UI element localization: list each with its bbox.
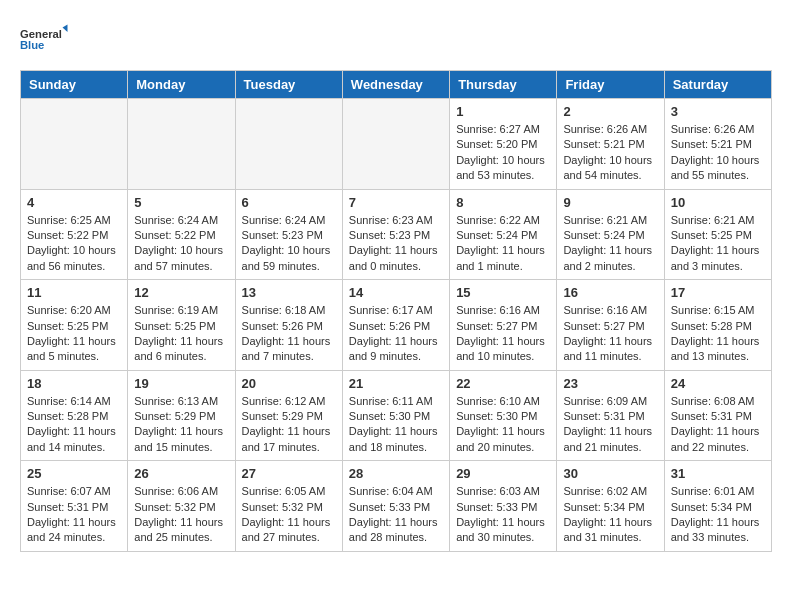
day-number: 7 (349, 195, 443, 210)
column-header-monday: Monday (128, 71, 235, 99)
day-number: 14 (349, 285, 443, 300)
sunrise-text: Sunrise: 6:04 AM (349, 485, 433, 497)
daylight-text: Daylight: 11 hours and 7 minutes. (242, 335, 331, 362)
sunrise-text: Sunrise: 6:02 AM (563, 485, 647, 497)
calendar-cell: 30 Sunrise: 6:02 AM Sunset: 5:34 PM Dayl… (557, 461, 664, 552)
day-number: 1 (456, 104, 550, 119)
day-number: 17 (671, 285, 765, 300)
cell-content: Sunrise: 6:23 AM Sunset: 5:23 PM Dayligh… (349, 213, 443, 275)
cell-content: Sunrise: 6:03 AM Sunset: 5:33 PM Dayligh… (456, 484, 550, 546)
calendar-cell: 2 Sunrise: 6:26 AM Sunset: 5:21 PM Dayli… (557, 99, 664, 190)
cell-content: Sunrise: 6:16 AM Sunset: 5:27 PM Dayligh… (456, 303, 550, 365)
calendar-cell: 22 Sunrise: 6:10 AM Sunset: 5:30 PM Dayl… (450, 370, 557, 461)
sunset-text: Sunset: 5:28 PM (27, 410, 108, 422)
calendar-header-row: SundayMondayTuesdayWednesdayThursdayFrid… (21, 71, 772, 99)
cell-content: Sunrise: 6:17 AM Sunset: 5:26 PM Dayligh… (349, 303, 443, 365)
calendar-cell: 7 Sunrise: 6:23 AM Sunset: 5:23 PM Dayli… (342, 189, 449, 280)
sunrise-text: Sunrise: 6:24 AM (242, 214, 326, 226)
column-header-saturday: Saturday (664, 71, 771, 99)
calendar-cell: 26 Sunrise: 6:06 AM Sunset: 5:32 PM Dayl… (128, 461, 235, 552)
daylight-text: Daylight: 11 hours and 18 minutes. (349, 425, 438, 452)
sunrise-text: Sunrise: 6:17 AM (349, 304, 433, 316)
calendar-cell (235, 99, 342, 190)
day-number: 26 (134, 466, 228, 481)
daylight-text: Daylight: 11 hours and 3 minutes. (671, 244, 760, 271)
day-number: 31 (671, 466, 765, 481)
cell-content: Sunrise: 6:10 AM Sunset: 5:30 PM Dayligh… (456, 394, 550, 456)
day-number: 12 (134, 285, 228, 300)
cell-content: Sunrise: 6:01 AM Sunset: 5:34 PM Dayligh… (671, 484, 765, 546)
day-number: 13 (242, 285, 336, 300)
day-number: 3 (671, 104, 765, 119)
sunrise-text: Sunrise: 6:10 AM (456, 395, 540, 407)
sunrise-text: Sunrise: 6:14 AM (27, 395, 111, 407)
sunrise-text: Sunrise: 6:16 AM (563, 304, 647, 316)
day-number: 23 (563, 376, 657, 391)
day-number: 30 (563, 466, 657, 481)
cell-content: Sunrise: 6:09 AM Sunset: 5:31 PM Dayligh… (563, 394, 657, 456)
cell-content: Sunrise: 6:22 AM Sunset: 5:24 PM Dayligh… (456, 213, 550, 275)
header: General Blue (20, 20, 772, 60)
calendar-cell: 8 Sunrise: 6:22 AM Sunset: 5:24 PM Dayli… (450, 189, 557, 280)
daylight-text: Daylight: 11 hours and 0 minutes. (349, 244, 438, 271)
sunset-text: Sunset: 5:24 PM (563, 229, 644, 241)
day-number: 2 (563, 104, 657, 119)
daylight-text: Daylight: 11 hours and 21 minutes. (563, 425, 652, 452)
calendar-cell: 17 Sunrise: 6:15 AM Sunset: 5:28 PM Dayl… (664, 280, 771, 371)
daylight-text: Daylight: 11 hours and 5 minutes. (27, 335, 116, 362)
sunset-text: Sunset: 5:34 PM (671, 501, 752, 513)
sunrise-text: Sunrise: 6:26 AM (563, 123, 647, 135)
day-number: 16 (563, 285, 657, 300)
cell-content: Sunrise: 6:20 AM Sunset: 5:25 PM Dayligh… (27, 303, 121, 365)
sunset-text: Sunset: 5:33 PM (349, 501, 430, 513)
sunrise-text: Sunrise: 6:19 AM (134, 304, 218, 316)
daylight-text: Daylight: 10 hours and 56 minutes. (27, 244, 116, 271)
sunrise-text: Sunrise: 6:06 AM (134, 485, 218, 497)
daylight-text: Daylight: 11 hours and 11 minutes. (563, 335, 652, 362)
calendar-cell: 14 Sunrise: 6:17 AM Sunset: 5:26 PM Dayl… (342, 280, 449, 371)
daylight-text: Daylight: 11 hours and 9 minutes. (349, 335, 438, 362)
calendar-cell: 18 Sunrise: 6:14 AM Sunset: 5:28 PM Dayl… (21, 370, 128, 461)
cell-content: Sunrise: 6:13 AM Sunset: 5:29 PM Dayligh… (134, 394, 228, 456)
calendar-cell: 11 Sunrise: 6:20 AM Sunset: 5:25 PM Dayl… (21, 280, 128, 371)
sunrise-text: Sunrise: 6:13 AM (134, 395, 218, 407)
logo-svg: General Blue (20, 20, 70, 60)
daylight-text: Daylight: 11 hours and 2 minutes. (563, 244, 652, 271)
cell-content: Sunrise: 6:05 AM Sunset: 5:32 PM Dayligh… (242, 484, 336, 546)
sunrise-text: Sunrise: 6:26 AM (671, 123, 755, 135)
sunset-text: Sunset: 5:23 PM (242, 229, 323, 241)
cell-content: Sunrise: 6:21 AM Sunset: 5:24 PM Dayligh… (563, 213, 657, 275)
sunrise-text: Sunrise: 6:21 AM (563, 214, 647, 226)
cell-content: Sunrise: 6:18 AM Sunset: 5:26 PM Dayligh… (242, 303, 336, 365)
daylight-text: Daylight: 11 hours and 25 minutes. (134, 516, 223, 543)
sunrise-text: Sunrise: 6:08 AM (671, 395, 755, 407)
sunrise-text: Sunrise: 6:16 AM (456, 304, 540, 316)
day-number: 10 (671, 195, 765, 210)
calendar-cell: 13 Sunrise: 6:18 AM Sunset: 5:26 PM Dayl… (235, 280, 342, 371)
day-number: 27 (242, 466, 336, 481)
sunset-text: Sunset: 5:29 PM (242, 410, 323, 422)
daylight-text: Daylight: 11 hours and 27 minutes. (242, 516, 331, 543)
sunset-text: Sunset: 5:22 PM (134, 229, 215, 241)
sunrise-text: Sunrise: 6:20 AM (27, 304, 111, 316)
sunset-text: Sunset: 5:27 PM (456, 320, 537, 332)
column-header-sunday: Sunday (21, 71, 128, 99)
sunrise-text: Sunrise: 6:15 AM (671, 304, 755, 316)
cell-content: Sunrise: 6:21 AM Sunset: 5:25 PM Dayligh… (671, 213, 765, 275)
calendar-cell (342, 99, 449, 190)
sunset-text: Sunset: 5:33 PM (456, 501, 537, 513)
cell-content: Sunrise: 6:16 AM Sunset: 5:27 PM Dayligh… (563, 303, 657, 365)
logo: General Blue (20, 20, 70, 60)
sunrise-text: Sunrise: 6:22 AM (456, 214, 540, 226)
sunset-text: Sunset: 5:30 PM (349, 410, 430, 422)
calendar-cell: 21 Sunrise: 6:11 AM Sunset: 5:30 PM Dayl… (342, 370, 449, 461)
column-header-thursday: Thursday (450, 71, 557, 99)
sunset-text: Sunset: 5:20 PM (456, 138, 537, 150)
day-number: 24 (671, 376, 765, 391)
cell-content: Sunrise: 6:07 AM Sunset: 5:31 PM Dayligh… (27, 484, 121, 546)
sunset-text: Sunset: 5:25 PM (27, 320, 108, 332)
calendar-cell: 23 Sunrise: 6:09 AM Sunset: 5:31 PM Dayl… (557, 370, 664, 461)
cell-content: Sunrise: 6:12 AM Sunset: 5:29 PM Dayligh… (242, 394, 336, 456)
daylight-text: Daylight: 11 hours and 20 minutes. (456, 425, 545, 452)
sunset-text: Sunset: 5:23 PM (349, 229, 430, 241)
